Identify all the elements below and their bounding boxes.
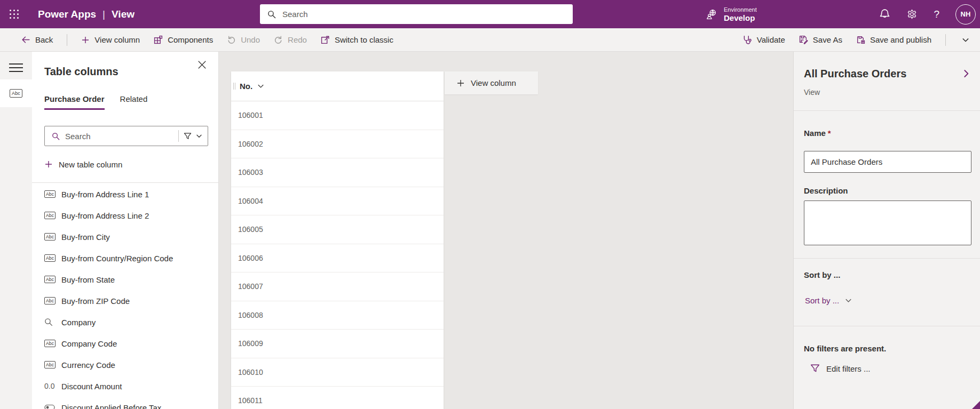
switch-to-classic-button[interactable]: Switch to classic — [321, 35, 393, 44]
column-list-item[interactable]: Abc Currency Code — [32, 354, 219, 375]
chevron-right-icon — [962, 69, 970, 78]
close-icon — [198, 61, 206, 69]
grid-column-header-label: No. — [240, 82, 252, 91]
grid-row: 106011 — [231, 387, 444, 409]
edit-filters-button[interactable]: Edit filters ... — [810, 364, 871, 373]
grid-row: 106001 — [231, 101, 444, 130]
properties-header: All Purchase Orders View — [794, 52, 980, 111]
back-button[interactable]: Back — [21, 35, 53, 44]
switch-to-classic-label: Switch to classic — [335, 35, 393, 44]
left-rail: Abc — [0, 52, 32, 409]
column-list-item-label: Discount Amount — [61, 382, 122, 391]
save-as-button[interactable]: Save As — [799, 35, 842, 44]
add-view-column-button[interactable]: View column — [445, 71, 538, 94]
components-button[interactable]: Components — [154, 35, 213, 44]
tab-purchase-order[interactable]: Purchase Order — [44, 94, 105, 110]
notifications-button[interactable] — [879, 9, 890, 20]
column-list-item[interactable]: 0.0 Discount Amount — [32, 375, 219, 397]
product-name: Power Apps — [38, 9, 96, 20]
view-column-button[interactable]: View column — [81, 35, 140, 44]
plus-icon — [44, 160, 53, 169]
command-overflow-chevron[interactable] — [960, 34, 971, 46]
column-list-item[interactable]: Abc Company Code — [32, 333, 219, 354]
gear-icon — [906, 9, 918, 20]
column-list-item[interactable]: Abc Buy-from Address Line 1 — [32, 183, 219, 205]
text-column-icon: Abc — [44, 276, 56, 283]
page-title: View — [112, 9, 135, 20]
text-column-icon: Abc — [44, 233, 56, 240]
collapse-panel-button[interactable] — [962, 69, 970, 78]
sort-by-dropdown[interactable]: Sort by ... — [805, 296, 852, 305]
text-column-icon: Abc — [44, 190, 56, 198]
switch-to-classic-icon — [321, 35, 330, 44]
required-marker: * — [828, 129, 831, 138]
view-designer-canvas: No. 106001 106002 106003 106004 — [219, 52, 793, 409]
close-panel-button[interactable] — [194, 57, 210, 73]
environment-picker[interactable]: Environment Develop — [706, 0, 757, 28]
grid-column-header-no[interactable]: No. — [231, 71, 444, 101]
column-list-item-label: Buy-from Country/Region Code — [61, 254, 173, 263]
tab-related[interactable]: Related — [120, 94, 148, 110]
panel-separator — [32, 182, 219, 183]
undo-button[interactable]: Undo — [227, 35, 260, 44]
grid-row: 106008 — [231, 301, 444, 330]
column-list-item-label: Buy-from City — [61, 232, 110, 242]
column-list-item[interactable]: Abc Buy-from City — [32, 226, 219, 247]
global-search[interactable] — [260, 4, 573, 24]
new-table-column-button[interactable]: New table column — [44, 156, 122, 172]
command-divider — [67, 34, 67, 46]
text-column-icon: Abc — [44, 340, 56, 347]
waffle-menu-icon[interactable] — [0, 0, 28, 28]
text-column-icon: Abc — [10, 89, 22, 98]
column-list-item[interactable]: Abc Buy-from Country/Region Code — [32, 247, 219, 269]
hamburger-menu-icon[interactable] — [0, 56, 32, 79]
grid-cell-no: 106005 — [238, 225, 263, 234]
lookup-column-icon — [44, 318, 53, 326]
validate-label: Validate — [757, 35, 785, 44]
rail-item-table-columns[interactable]: Abc — [0, 79, 32, 107]
grid-cell-no: 106003 — [238, 168, 263, 177]
grid-rows: 106001 106002 106003 106004 106005 — [231, 101, 444, 409]
column-list-item[interactable]: Company — [32, 311, 219, 333]
text-column-icon: Abc — [44, 212, 56, 219]
grid-cell-no: 106004 — [238, 197, 263, 205]
chevron-down-icon[interactable] — [257, 83, 264, 90]
no-filters-message: No filters are present. — [804, 344, 886, 353]
name-field[interactable] — [804, 151, 971, 173]
save-and-publish-button[interactable]: Save and publish — [856, 35, 931, 44]
column-list-item[interactable]: Abc Buy-from Address Line 2 — [32, 205, 219, 226]
resize-corner[interactable] — [972, 401, 980, 409]
help-icon: ? — [934, 9, 939, 20]
validate-button[interactable]: Validate — [742, 35, 785, 45]
title-separator: | — [96, 9, 112, 20]
undo-icon — [227, 35, 236, 44]
grid-row: 106005 — [231, 215, 444, 244]
filter-icon[interactable] — [184, 132, 192, 140]
description-field[interactable] — [804, 201, 971, 245]
settings-button[interactable] — [906, 9, 918, 20]
column-list-item[interactable]: Abc Buy-from ZIP Code — [32, 290, 219, 311]
properties-panel: All Purchase Orders View Name* Descripti… — [793, 52, 980, 409]
panel-tabs: Purchase Order Related — [44, 94, 147, 110]
chevron-down-icon[interactable] — [196, 133, 202, 139]
global-search-input[interactable] — [282, 10, 565, 19]
grid-row: 106004 — [231, 187, 444, 216]
column-list-item[interactable]: Abc Buy-from State — [32, 269, 219, 290]
components-label: Components — [168, 35, 213, 44]
table-columns-panel: Table columns Purchase Order Related New… — [32, 52, 219, 409]
column-list-item[interactable]: Discount Applied Before Tax — [32, 397, 219, 409]
column-list-item-label: Discount Applied Before Tax — [61, 403, 161, 409]
avatar[interactable]: NH — [955, 4, 976, 25]
column-grip-icon[interactable] — [233, 83, 235, 90]
redo-button[interactable]: Redo — [274, 35, 307, 44]
column-search-input[interactable] — [65, 132, 173, 141]
search-icon — [52, 132, 60, 140]
sort-section-label: Sort by ... — [804, 270, 840, 279]
environment-name: Develop — [724, 13, 757, 23]
grid-cell-no: 106006 — [238, 254, 263, 262]
grid-row: 106006 — [231, 244, 444, 273]
redo-label: Redo — [288, 35, 307, 44]
help-button[interactable]: ? — [934, 9, 939, 20]
grid-cell-no: 106001 — [238, 111, 263, 119]
number-column-icon: 0.0 — [44, 382, 54, 390]
